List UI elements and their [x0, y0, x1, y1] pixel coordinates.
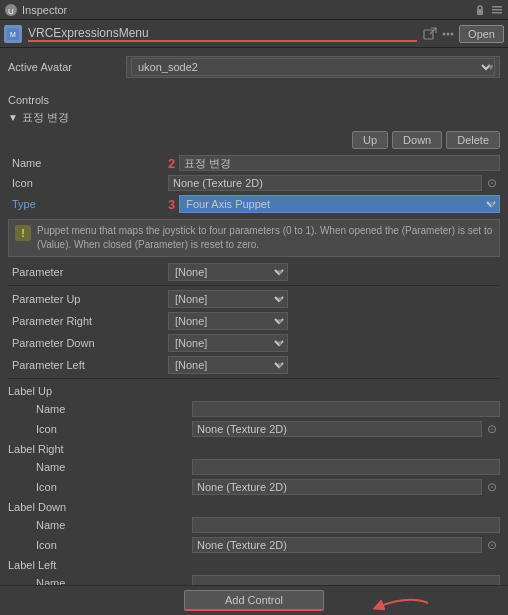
type-badge: 3 — [168, 197, 175, 212]
parameter-select[interactable]: [None] — [168, 263, 288, 281]
label-right-icon-label: Icon — [32, 481, 192, 493]
svg-text:M: M — [10, 31, 16, 38]
label-up-name-input[interactable] — [192, 401, 500, 417]
title-bar: U Inspector — [0, 0, 508, 20]
label-down-icon-circle-button[interactable]: ⊙ — [484, 537, 500, 553]
scrollable-content: Controls ▼ 표정 변경 Up Down Delete Name 2 — [0, 86, 508, 615]
bottom-bar: Add Control — [0, 585, 508, 615]
label-right-icon-row: Icon ⊙ — [8, 477, 500, 497]
svg-point-13 — [451, 32, 454, 35]
up-button[interactable]: Up — [352, 131, 388, 149]
label-right-name-label: Name — [32, 461, 192, 473]
parameter-field-label: Parameter — [8, 266, 168, 278]
label-up-name-row: Name — [8, 399, 500, 419]
inspector-options-icon[interactable] — [441, 27, 455, 41]
label-up-icon-input[interactable] — [192, 421, 482, 437]
type-select-wrapper[interactable]: Four Axis Puppet Toggle Button Sub Menu … — [179, 195, 500, 213]
label-right-name-input[interactable] — [192, 459, 500, 475]
add-control-button[interactable]: Add Control — [184, 590, 324, 611]
svg-text:U: U — [8, 7, 14, 16]
label-left-section-title: Label Left — [8, 555, 500, 573]
asset-name: VRCExpressionsMenu — [28, 26, 417, 42]
label-down-name-value — [192, 517, 500, 533]
parameter-up-label: Parameter Up — [8, 293, 168, 305]
parameter-down-row: Parameter Down [None] — [8, 332, 500, 354]
divider-2 — [8, 378, 500, 379]
svg-rect-5 — [492, 9, 502, 11]
section-title: 표정 변경 — [22, 110, 69, 125]
parameter-up-select-wrapper[interactable]: [None] — [168, 290, 288, 308]
parameter-up-select[interactable]: [None] — [168, 290, 288, 308]
hamburger-menu-icon[interactable] — [490, 3, 504, 17]
type-field-label: Type — [8, 198, 168, 210]
parameter-right-select-wrapper[interactable]: [None] — [168, 312, 288, 330]
active-avatar-row: Active Avatar ukon_sode2 — [8, 52, 500, 82]
name-badge: 2 — [168, 156, 175, 171]
label-down-name-row: Name — [8, 515, 500, 535]
icon-field-row: Icon ⊙ — [8, 173, 500, 193]
title-bar-icons — [473, 3, 504, 17]
icon-field-value: ⊙ — [168, 175, 500, 191]
parameter-field-row: Parameter [None] — [8, 261, 500, 283]
icon-field-label: Icon — [8, 177, 168, 189]
name-field-label: Name — [8, 157, 168, 169]
label-down-name-label: Name — [32, 519, 192, 531]
svg-point-12 — [443, 32, 446, 35]
parameter-select-wrapper[interactable]: [None] — [168, 263, 288, 281]
svg-rect-6 — [492, 12, 502, 14]
section-header: ▼ 표정 변경 — [8, 108, 500, 127]
action-buttons: Up Down Delete — [8, 127, 500, 153]
svg-rect-4 — [492, 6, 502, 8]
icon-input[interactable] — [168, 175, 482, 191]
label-right-section-title: Label Right — [8, 439, 500, 457]
active-avatar-select-wrapper[interactable]: ukon_sode2 — [126, 56, 500, 78]
open-button[interactable]: Open — [459, 25, 504, 43]
parameter-down-select[interactable]: [None] — [168, 334, 288, 352]
parameter-left-label: Parameter Left — [8, 359, 168, 371]
arrow-annotation — [368, 593, 448, 613]
label-up-section-title: Label Up — [8, 381, 500, 399]
svg-point-11 — [447, 32, 450, 35]
parameter-down-select-wrapper[interactable]: [None] — [168, 334, 288, 352]
label-down-icon-input[interactable] — [192, 537, 482, 553]
label-up-icon-value: ⊙ — [192, 421, 500, 437]
down-button[interactable]: Down — [392, 131, 442, 149]
label-up-icon-circle-button[interactable]: ⊙ — [484, 421, 500, 437]
parameter-left-select[interactable]: [None] — [168, 356, 288, 374]
name-field-value — [179, 155, 500, 171]
open-external-icon[interactable] — [423, 27, 437, 41]
label-right-name-row: Name — [8, 457, 500, 477]
label-right-icon-input[interactable] — [192, 479, 482, 495]
label-down-section-title: Label Down — [8, 497, 500, 515]
asset-bar: M VRCExpressionsMenu Open — [0, 20, 508, 48]
info-icon: ! — [15, 225, 31, 241]
parameter-right-select[interactable]: [None] — [168, 312, 288, 330]
active-avatar-select[interactable]: ukon_sode2 — [131, 58, 495, 76]
type-field-row: Type 3 Four Axis Puppet Toggle Button Su… — [8, 193, 500, 215]
lock-icon[interactable] — [473, 3, 487, 17]
svg-rect-9 — [424, 30, 433, 39]
delete-button[interactable]: Delete — [446, 131, 500, 149]
label-up-icon-row: Icon ⊙ — [8, 419, 500, 439]
icon-circle-button[interactable]: ⊙ — [484, 175, 500, 191]
inspector-title: Inspector — [22, 4, 67, 16]
type-select[interactable]: Four Axis Puppet Toggle Button Sub Menu … — [179, 195, 500, 213]
label-up-name-label: Name — [32, 403, 192, 415]
active-avatar-section: Active Avatar ukon_sode2 — [0, 48, 508, 86]
info-text: Puppet menu that maps the joystick to fo… — [37, 224, 493, 252]
label-down-icon-label: Icon — [32, 539, 192, 551]
label-down-icon-value: ⊙ — [192, 537, 500, 553]
parameter-down-label: Parameter Down — [8, 337, 168, 349]
name-input[interactable] — [179, 155, 500, 171]
label-right-icon-circle-button[interactable]: ⊙ — [484, 479, 500, 495]
parameter-left-select-wrapper[interactable]: [None] — [168, 356, 288, 374]
label-right-icon-value: ⊙ — [192, 479, 500, 495]
label-down-icon-row: Icon ⊙ — [8, 535, 500, 555]
name-field-row: Name 2 — [8, 153, 500, 173]
parameter-left-row: Parameter Left [None] — [8, 354, 500, 376]
collapse-triangle[interactable]: ▼ — [8, 112, 18, 123]
label-down-name-input[interactable] — [192, 517, 500, 533]
parameter-right-label: Parameter Right — [8, 315, 168, 327]
parameter-right-row: Parameter Right [None] — [8, 310, 500, 332]
label-up-icon-label: Icon — [32, 423, 192, 435]
